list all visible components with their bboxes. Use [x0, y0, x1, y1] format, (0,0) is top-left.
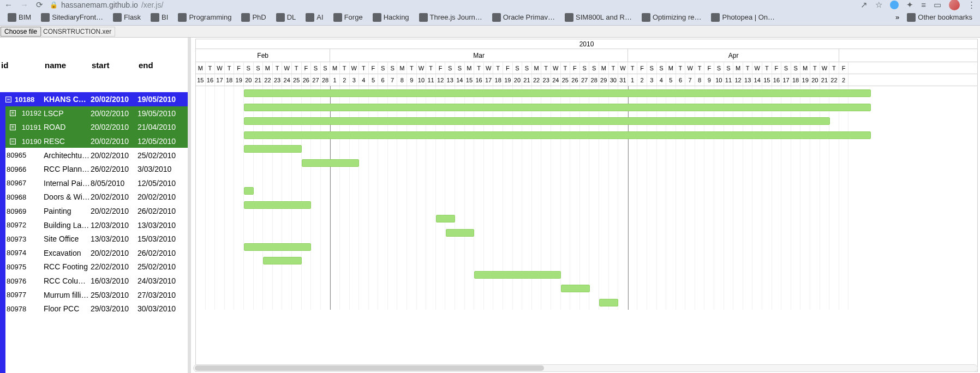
gantt-bar[interactable]: [244, 201, 311, 209]
task-end: 27/03/2010: [138, 291, 184, 299]
main-split: id name start end −10188KHANS CONS20/02/…: [0, 38, 980, 373]
gantt-daynum-cell: 3: [350, 74, 360, 86]
gantt-dayletter-cell: M: [196, 62, 206, 74]
gantt-bar[interactable]: [446, 229, 475, 237]
gantt-daynum-cell: 15: [762, 74, 772, 86]
reload-button[interactable]: ⟳: [36, 0, 43, 10]
bookmark-item[interactable]: Forge: [330, 12, 366, 23]
gantt-row: [196, 100, 977, 115]
gantt-bar[interactable]: [263, 257, 301, 264]
task-row[interactable]: 80967Internal Pain…8/05/201012/05/2010: [0, 176, 188, 190]
task-row[interactable]: 80977Murrum filli…25/03/201027/03/2010: [0, 287, 188, 302]
gantt-bar[interactable]: [599, 299, 618, 306]
bookmark-item[interactable]: BIM: [4, 12, 34, 23]
task-row[interactable]: 80973Site Office13/03/201015/03/2010: [0, 232, 188, 246]
column-header-name[interactable]: name: [45, 61, 92, 70]
wbs-row[interactable]: −10188KHANS CONS20/02/201019/05/2010: [0, 92, 188, 106]
task-table-pane: id name start end −10188KHANS CONS20/02/…: [0, 38, 191, 373]
expand-toggle-icon[interactable]: +: [10, 124, 16, 130]
choose-file-button[interactable]: Choose file: [1, 27, 41, 37]
gantt-daynum-cell: 6: [676, 74, 686, 86]
column-header-id[interactable]: id: [1, 61, 45, 70]
task-row[interactable]: 80966RCC Planni…26/02/20103/03/2010: [0, 162, 188, 176]
bookmark-item[interactable]: PhD: [238, 12, 269, 23]
task-row[interactable]: 80969Painting20/02/201026/02/2010: [0, 204, 188, 218]
kebab-menu-icon[interactable]: ⋮: [967, 0, 976, 10]
task-row[interactable]: 80978Floor PCC29/03/201030/03/2010: [0, 302, 188, 316]
bookmark-item[interactable]: BI: [147, 12, 171, 23]
gantt-dayletter-cell: W: [618, 62, 628, 74]
share-icon[interactable]: ↗: [861, 0, 868, 10]
gantt-dayletter-cell: T: [493, 62, 503, 74]
gantt-row: [196, 254, 977, 268]
bookmark-item[interactable]: AI: [302, 12, 326, 23]
bookmark-item[interactable]: Flask: [110, 12, 144, 23]
reading-list-icon[interactable]: ≡: [921, 0, 926, 9]
gantt-bar[interactable]: [244, 187, 254, 195]
gantt-dayletter-cell: W: [551, 62, 561, 74]
scrollbar-thumb[interactable]: [195, 365, 544, 371]
gantt-bar[interactable]: [244, 104, 871, 111]
task-row[interactable]: 80975RCC Footing22/02/201025/02/2010: [0, 260, 188, 274]
gantt-bar[interactable]: [244, 89, 871, 97]
gantt-body[interactable]: [196, 86, 977, 310]
gantt-dayletter-cell: S: [791, 62, 801, 74]
task-row[interactable]: 80976RCC Colum…16/03/201024/03/2010: [0, 274, 188, 288]
bookmark-label: Oracle Primav…: [503, 13, 555, 21]
task-name: RESC: [44, 137, 91, 146]
expand-toggle-icon[interactable]: +: [10, 110, 16, 116]
gantt-row: [196, 212, 977, 226]
wbs-row[interactable]: +10191ROAD20/02/201021/04/2010: [0, 120, 188, 134]
expand-toggle-icon[interactable]: −: [5, 97, 11, 103]
gantt-bar[interactable]: [244, 117, 830, 125]
window-icon[interactable]: ▭: [934, 0, 941, 10]
task-row[interactable]: 80968Doors & Wi…20/02/201020/02/2010: [0, 190, 188, 204]
extension-icon[interactable]: [890, 1, 899, 9]
bookmark-star-icon[interactable]: ☆: [875, 0, 882, 10]
bookmark-item[interactable]: Three.js Journ…: [416, 12, 486, 23]
gantt-bar[interactable]: [561, 285, 590, 292]
gantt-daynum-cell: 27: [580, 74, 590, 86]
gantt-row: [196, 114, 977, 128]
bookmark-item[interactable]: Photopea | On…: [708, 12, 778, 23]
gantt-dayletter-cell: S: [522, 62, 532, 74]
wbs-row[interactable]: +10192LSCP20/02/201019/05/2010: [0, 106, 188, 121]
gantt-bar[interactable]: [244, 243, 311, 251]
gantt-bar[interactable]: [436, 215, 455, 222]
expand-toggle-icon[interactable]: −: [10, 139, 16, 145]
bookmark-item[interactable]: SIM800L and R…: [561, 12, 635, 23]
gantt-daynum-cell: 6: [378, 74, 388, 86]
column-header-end[interactable]: end: [139, 61, 186, 70]
selected-file-name: CONSRTRUCTION.xer: [41, 27, 115, 37]
bookmark-item[interactable]: Optimizing re…: [638, 12, 705, 23]
back-button[interactable]: ←: [4, 0, 13, 9]
gantt-daynum-cell: 13: [743, 74, 753, 86]
gantt-daynum-cell: 12: [733, 74, 743, 86]
other-bookmarks-button[interactable]: Other bookmarks: [904, 12, 976, 23]
profile-avatar[interactable]: [949, 0, 960, 10]
task-row[interactable]: 80965Architechtur…20/02/201025/02/2010: [0, 148, 188, 162]
task-row[interactable]: 80972Building La…12/03/201013/03/2010: [0, 218, 188, 232]
gantt-bar[interactable]: [244, 131, 871, 139]
gantt-horizontal-scrollbar[interactable]: [193, 364, 978, 372]
task-start: 20/02/2010: [91, 249, 138, 257]
gantt-bar[interactable]: [474, 271, 560, 279]
bookmark-item[interactable]: DL: [273, 12, 300, 23]
bookmark-item[interactable]: Programming: [175, 12, 235, 23]
gantt-daynum-cell: 27: [311, 74, 321, 86]
forward-button[interactable]: →: [20, 0, 28, 9]
gantt-daynum-cell: 14: [752, 74, 762, 86]
url-display[interactable]: 🔒 hassanemam.github.io/xer.js/: [50, 1, 854, 9]
bookmark-item[interactable]: Oracle Primav…: [489, 12, 558, 23]
bookmark-item[interactable]: Hacking: [369, 12, 413, 23]
gantt-dayletter-cell: T: [743, 62, 753, 74]
puzzle-icon[interactable]: ✦: [906, 0, 913, 10]
gantt-bar[interactable]: [244, 145, 302, 153]
gantt-daynum-cell: 22: [532, 74, 542, 86]
gantt-bar[interactable]: [302, 159, 360, 167]
bookmarks-overflow-icon[interactable]: »: [895, 13, 899, 21]
column-header-start[interactable]: start: [92, 61, 139, 70]
wbs-row[interactable]: −10190RESC20/02/201012/05/2010: [0, 134, 188, 148]
bookmark-item[interactable]: SitediaryFront…: [38, 12, 106, 23]
task-row[interactable]: 80974Excavation20/02/201026/02/2010: [0, 246, 188, 260]
